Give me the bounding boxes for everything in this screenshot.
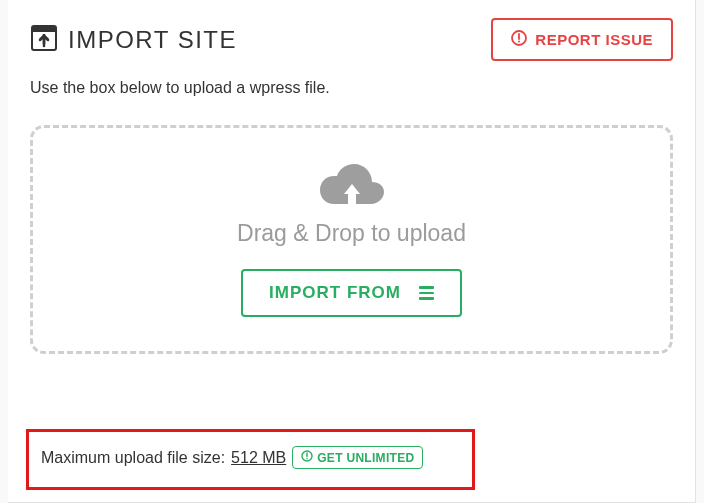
upload-dropzone[interactable]: Drag & Drop to upload IMPORT FROM [30,125,673,354]
report-issue-button[interactable]: REPORT ISSUE [491,18,673,61]
info-icon [301,450,313,465]
import-from-label: IMPORT FROM [269,283,401,303]
max-upload-prefix: Maximum upload file size: [41,449,225,467]
import-from-button[interactable]: IMPORT FROM [241,269,462,317]
svg-point-8 [306,458,308,460]
instruction-text: Use the box below to upload a wpress fil… [30,79,673,97]
page-title-wrap: IMPORT SITE [30,24,237,56]
dropzone-label: Drag & Drop to upload [53,220,650,247]
import-icon [30,24,58,56]
get-unlimited-label: GET UNLIMITED [317,451,414,465]
page-title: IMPORT SITE [68,26,237,54]
menu-icon [419,286,434,300]
svg-point-4 [518,41,520,43]
get-unlimited-button[interactable]: GET UNLIMITED [292,446,423,469]
report-issue-label: REPORT ISSUE [535,31,653,48]
max-upload-highlight: Maximum upload file size: 512 MB GET UNL… [26,429,475,490]
alert-icon [511,30,527,49]
svg-rect-1 [32,26,56,32]
cloud-upload-icon [53,160,650,212]
max-upload-size: 512 MB [231,449,286,467]
